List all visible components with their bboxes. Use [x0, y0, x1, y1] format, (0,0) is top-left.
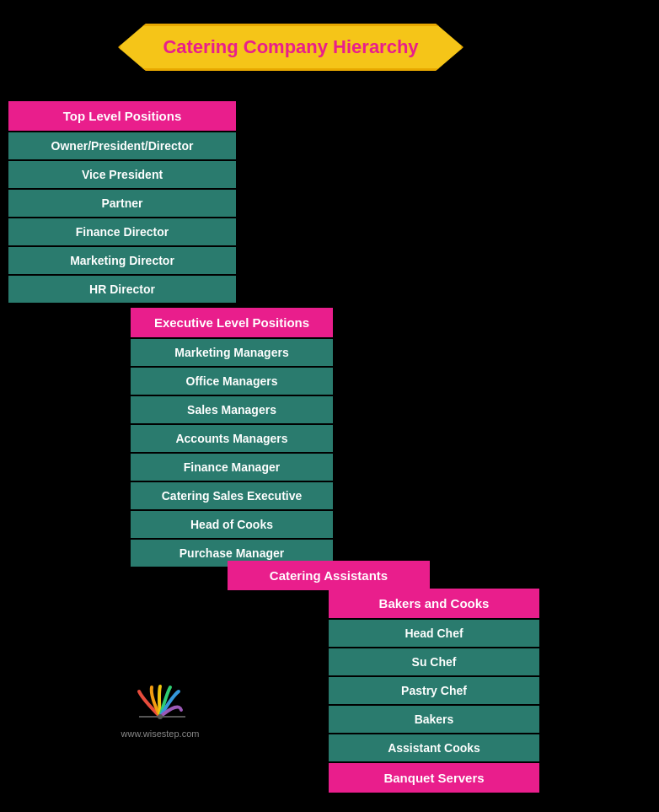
- catering-assistants-header: Catering Assistants: [228, 561, 430, 590]
- list-item: Catering Sales Executive: [131, 482, 333, 509]
- bakers-cooks-column: Bakers and Cooks Head Chef Su Chef Pastr…: [329, 589, 539, 794]
- list-item: Marketing Managers: [131, 339, 333, 366]
- bakers-cooks-header: Bakers and Cooks: [329, 589, 539, 618]
- svg-point-1: [158, 714, 163, 719]
- watermark-text: www.wisestep.com: [84, 729, 236, 739]
- list-item: Head of Cooks: [131, 511, 333, 538]
- list-item: Office Managers: [131, 368, 333, 395]
- watermark: www.wisestep.com: [84, 683, 236, 739]
- executive-level-column: Executive Level Positions Marketing Mana…: [131, 308, 333, 568]
- list-item: Partner: [8, 190, 236, 217]
- list-item: HR Director: [8, 276, 236, 303]
- top-level-header: Top Level Positions: [8, 101, 236, 131]
- logo-icon: [126, 683, 194, 725]
- executive-level-header: Executive Level Positions: [131, 308, 333, 337]
- list-item: Finance Director: [8, 218, 236, 245]
- list-item: Su Chef: [329, 648, 539, 675]
- watermark-logo: [84, 683, 236, 725]
- list-item: Marketing Director: [8, 247, 236, 274]
- banquet-servers-header: Banquet Servers: [329, 763, 539, 793]
- top-level-column: Top Level Positions Owner/President/Dire…: [8, 101, 236, 304]
- list-item: Pastry Chef: [329, 677, 539, 704]
- list-item: Assistant Cooks: [329, 734, 539, 761]
- list-item: Head Chef: [329, 620, 539, 647]
- list-item: Sales Managers: [131, 396, 333, 423]
- list-item: Accounts Managers: [131, 425, 333, 452]
- list-item: Finance Manager: [131, 454, 333, 481]
- page-title: Catering Company Hierarchy: [118, 24, 463, 71]
- list-item: Owner/President/Director: [8, 132, 236, 159]
- list-item: Bakers: [329, 706, 539, 733]
- list-item: Vice President: [8, 161, 236, 188]
